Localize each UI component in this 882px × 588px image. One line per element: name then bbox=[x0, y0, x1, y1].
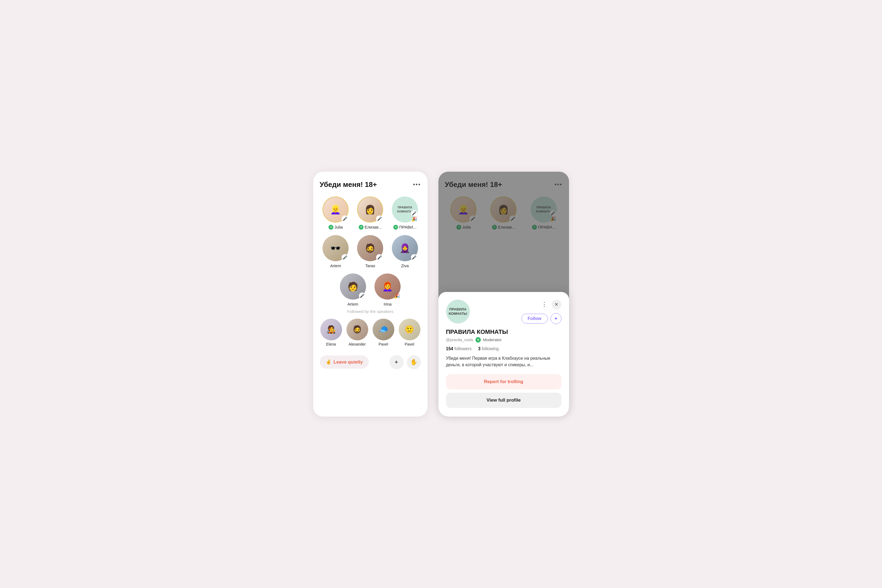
speaker-item-elizav[interactable]: 👩 🎤 ✦ Елизав... bbox=[354, 196, 386, 230]
avatar-wrap-irina: 👩‍🦰 🎉 bbox=[375, 273, 400, 300]
popup-moderator-tag: Moderator bbox=[483, 338, 501, 342]
speaker-name-taras: Taras bbox=[365, 263, 375, 268]
popup-right-controls: ⋮ ✕ Follow ✦ bbox=[521, 300, 561, 324]
speaker-name-artem1: Artem bbox=[330, 263, 341, 268]
speaker-name-irina: Irina bbox=[384, 302, 392, 306]
report-trolling-button[interactable]: Report for trolling bbox=[446, 374, 561, 389]
speakers-grid: 👱‍♀️ 🎤 ✦ Julia 👩 🎤 ✦ Елизав... ПРАВИЛАКО… bbox=[320, 196, 421, 268]
speaker-item-artem2[interactable]: 🧑 🎤 Artem bbox=[337, 273, 369, 306]
speaker-name-julia: ✦ Julia bbox=[328, 225, 343, 230]
listener-elena[interactable]: 🧑‍🎤 Elena bbox=[320, 319, 342, 346]
leave-label: Leave quietly bbox=[334, 360, 363, 365]
mod-badge-julia: ✦ bbox=[328, 225, 333, 230]
listener-name-elena: Elena bbox=[326, 342, 336, 346]
popup-avatar-text: ПРАВИЛАКОМНАТЫ bbox=[449, 307, 467, 316]
popup-three-dots[interactable]: ⋮ bbox=[541, 301, 547, 308]
popup-followers-label: followers bbox=[454, 346, 472, 351]
bottom-speakers: 🧑 🎤 Artem 👩‍🦰 🎉 Irina bbox=[337, 273, 404, 306]
listener-avatar-pavel2: 🙂 bbox=[399, 319, 420, 340]
mod-badge-elizav: ✦ bbox=[358, 225, 364, 230]
mute-icon-julia: 🎤 bbox=[342, 216, 348, 222]
left-phone-header: Убеди меня! 18+ ••• bbox=[320, 180, 421, 189]
listener-pavel2[interactable]: 🙂 Pavel bbox=[399, 319, 420, 346]
mute-icon-taras: 🎤 bbox=[376, 254, 382, 261]
popup-stats: 154 followers 3 following bbox=[446, 346, 561, 351]
avatar-wrap-pravila: ПРАВИЛАКОМНАТЫ 🎉 🎤 bbox=[392, 196, 418, 223]
speaker-item-ziva[interactable]: 🧕 🎤 Ziva bbox=[389, 235, 421, 268]
listener-name-pavel2: Pavel bbox=[405, 342, 414, 346]
right-panel: Убеди меня! 18+ ••• 👱‍♀️ 🎤 ✦ Julia 👩 🎤 bbox=[438, 172, 569, 417]
popup-top-row: ПРАВИЛАКОМНАТЫ ⋮ ✕ Follow ✦ bbox=[446, 300, 561, 324]
avatar-wrap-julia: 👱‍♀️ 🎤 bbox=[322, 196, 349, 223]
speaker-item-taras[interactable]: 🧔 🎤 Taras bbox=[354, 235, 386, 268]
avatar-wrap-taras: 🧔 🎤 bbox=[357, 235, 383, 261]
avatar-wrap-artem1: 🕶️ 🎤 bbox=[322, 235, 349, 261]
speaker-name-ziva: Ziva bbox=[401, 263, 409, 268]
hand-button[interactable]: ✋ bbox=[407, 355, 421, 369]
right-buttons: + ✋ bbox=[389, 355, 421, 369]
followed-label: Followed by the speakers bbox=[320, 309, 421, 314]
speaker-item-irina[interactable]: 👩‍🦰 🎉 Irina bbox=[372, 273, 404, 306]
listener-pavel1[interactable]: 🧢 Pavel bbox=[372, 319, 394, 346]
follow-button[interactable]: Follow bbox=[521, 314, 548, 324]
listener-avatar-alexander: 🧔 bbox=[346, 319, 368, 340]
speaker-item-pravila[interactable]: ПРАВИЛАКОМНАТЫ 🎉 🎤 ✦ ПРАВИ... bbox=[389, 196, 421, 230]
speaker-name-pravila: ✦ ПРАВИ... bbox=[393, 225, 416, 230]
leave-button[interactable]: ✌️ Leave quietly bbox=[320, 356, 369, 369]
popup-handle-row: @pravila_rools ✦ Moderator bbox=[446, 337, 561, 343]
listener-alexander[interactable]: 🧔 Alexander bbox=[346, 319, 368, 346]
add-button[interactable]: + bbox=[389, 355, 404, 369]
popup-close-button[interactable]: ✕ bbox=[552, 300, 561, 309]
avatar-wrap-ziva: 🧕 🎤 bbox=[392, 235, 418, 261]
popup-following-label: following bbox=[482, 346, 498, 351]
speaker-item-artem1[interactable]: 🕶️ 🎤 Artem bbox=[320, 235, 352, 268]
popup-avatar[interactable]: ПРАВИЛАКОМНАТЫ bbox=[446, 300, 470, 324]
popup-followers: 154 followers bbox=[446, 346, 472, 351]
profile-popup: ПРАВИЛАКОМНАТЫ ⋮ ✕ Follow ✦ ПРАВИЛА КОМН… bbox=[438, 292, 569, 417]
emoji-badge-pravila: 🎉 bbox=[411, 216, 417, 222]
left-dots-menu[interactable]: ••• bbox=[413, 181, 421, 188]
bottom-bar: ✌️ Leave quietly + ✋ bbox=[320, 355, 421, 369]
popup-following: 3 following bbox=[478, 346, 499, 351]
popup-top-controls: ⋮ ✕ bbox=[541, 300, 561, 309]
mute-icon-elizav: 🎤 bbox=[376, 216, 382, 222]
mod-badge-pravila: ✦ bbox=[393, 225, 398, 230]
listener-name-pavel1: Pavel bbox=[378, 342, 388, 346]
mute-icon-pravila: 🎤 bbox=[411, 210, 417, 217]
emoji-badge-irina: 🎉 bbox=[394, 293, 400, 299]
add-friend-button[interactable]: ✦ bbox=[550, 313, 561, 324]
popup-handle: @pravila_rools bbox=[446, 338, 473, 342]
view-profile-button[interactable]: View full profile bbox=[446, 393, 561, 408]
popup-bio: Убеди меня! Первая игра в Клабхаусе на р… bbox=[446, 355, 561, 368]
avatar-wrap-artem2: 🧑 🎤 bbox=[340, 273, 366, 300]
left-phone-title: Убеди меня! 18+ bbox=[320, 180, 377, 189]
popup-mod-badge: ✦ bbox=[476, 337, 481, 343]
speaker-name-artem2: Artem bbox=[348, 302, 358, 306]
mute-icon-artem1: 🎤 bbox=[342, 254, 348, 261]
popup-username: ПРАВИЛА КОМНАТЫ bbox=[446, 328, 561, 336]
listener-avatar-elena: 🧑‍🎤 bbox=[320, 319, 342, 340]
mute-icon-ziva: 🎤 bbox=[411, 254, 417, 261]
popup-followers-count: 154 bbox=[446, 346, 453, 351]
mute-icon-artem2: 🎤 bbox=[359, 292, 366, 299]
leave-emoji: ✌️ bbox=[326, 359, 332, 365]
listener-name-alexander: Alexander bbox=[349, 342, 366, 346]
listeners-row: 🧑‍🎤 Elena 🧔 Alexander 🧢 Pavel 🙂 Pavel bbox=[320, 319, 421, 346]
popup-action-buttons: Follow ✦ bbox=[521, 313, 561, 324]
speaker-name-elizav: ✦ Елизав... bbox=[358, 225, 382, 230]
popup-following-count: 3 bbox=[478, 346, 481, 351]
left-phone: Убеди меня! 18+ ••• 👱‍♀️ 🎤 ✦ Julia 👩 🎤 ✦… bbox=[313, 172, 428, 417]
listener-avatar-pavel1: 🧢 bbox=[372, 319, 394, 340]
speaker-item-julia[interactable]: 👱‍♀️ 🎤 ✦ Julia bbox=[320, 196, 352, 230]
avatar-wrap-elizav: 👩 🎤 bbox=[357, 196, 383, 223]
